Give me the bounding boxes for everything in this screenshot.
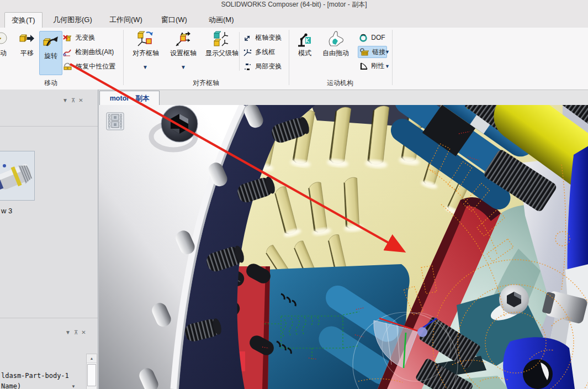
ribbon: 拖动 平移 旋转 [0, 28, 588, 90]
scroll-up-icon[interactable]: ▲ [87, 354, 97, 363]
sidebar-scrollbar[interactable]: ▲ [86, 354, 97, 389]
no-transform-icon [63, 34, 72, 42]
model-scene [99, 105, 588, 389]
window-title: SOLIDWORKS Composer (64-bit) - [motor - … [221, 1, 367, 8]
panel-close-icon[interactable]: ✕ [78, 97, 86, 103]
view-thumbnail-label: w 3 [1, 207, 12, 215]
restore-neutral-button[interactable]: 恢复中性位置 [63, 61, 115, 72]
dof-button[interactable]: DOF [359, 32, 385, 43]
title-bar: SOLIDWORKS Composer (64-bit) - [motor - … [0, 0, 588, 10]
restore-neutral-icon [63, 62, 72, 71]
free-drag-button[interactable]: 自由拖动 [318, 31, 353, 58]
view-thumbnail-image [0, 151, 33, 199]
pivot-transform-icon [243, 34, 252, 42]
tree-item[interactable]: ldasm-Part-body-1 [1, 372, 69, 380]
document-tab-motor[interactable]: motor - 副本 [99, 91, 160, 106]
link-icon [359, 48, 369, 56]
viewport-3d[interactable] [99, 105, 588, 389]
scrollbar-thumb[interactable] [87, 364, 96, 386]
ribbon-separator [123, 30, 124, 85]
panel-pin-icon[interactable]: ⊼ [71, 97, 78, 103]
panel-pin-icon[interactable]: ⊼ [74, 329, 81, 335]
align-pivot-dropdown[interactable]: ▼ [142, 64, 148, 70]
panel-header-controls: ▼⊼✕ [65, 329, 89, 335]
detect-curve-button[interactable]: 检测曲线(Alt) [63, 46, 114, 57]
no-transform-button[interactable]: 无变换 [63, 32, 95, 43]
drag-button[interactable]: 拖动 [0, 31, 14, 58]
tab-workshop[interactable]: 工作间(W) [103, 12, 149, 28]
ribbon-tab-bar: 变换(T) 几何图形(G) 工作间(W) 窗口(W) 动画(M) [0, 10, 588, 28]
motion-group-label: 运动机构 [318, 78, 362, 88]
move-group-label: 移动 [29, 78, 73, 88]
show-parent-axis-button[interactable]: 显示父级轴 [202, 31, 242, 58]
mode-button[interactable]: 模式 [293, 31, 317, 58]
set-pivot-dropdown[interactable]: ▼ [181, 64, 186, 70]
panel-close-icon[interactable]: ✕ [81, 329, 89, 335]
pivot-group-label: 对齐枢轴 [184, 78, 228, 88]
local-transform-button[interactable]: 局部变换 [243, 61, 282, 72]
manipulator-center [417, 327, 427, 337]
rigid-dropdown[interactable]: ▼ [385, 60, 390, 71]
ribbon-separator [392, 30, 393, 85]
ribbon-separator [289, 30, 289, 85]
tab-window[interactable]: 窗口(W) [155, 12, 194, 28]
panel-collapse-icon[interactable]: ▼ [62, 97, 71, 103]
detect-curve-icon [63, 48, 72, 56]
set-pivot-icon [174, 31, 193, 48]
multi-wireframe-button[interactable]: 多线框 [243, 46, 275, 57]
show-parent-axis-icon [213, 31, 231, 48]
dof-icon [359, 34, 368, 42]
panel-header-controls: ▼⊼✕ [62, 97, 87, 103]
align-pivot-icon [136, 31, 155, 48]
drag-icon [0, 31, 8, 48]
solidworks-composer-window: SOLIDWORKS Composer (64-bit) - [motor - … [0, 0, 588, 389]
left-sidebar: ▼⊼✕ w 3 ▼⊼✕ ▲ [0, 90, 98, 389]
rigid-button[interactable]: 刚性 [360, 60, 384, 71]
multi-wireframe-icon [243, 49, 252, 56]
pan-icon [19, 31, 35, 48]
sidebar-divider [0, 318, 98, 318]
ribbon-subseparator [239, 32, 240, 71]
tree-item[interactable]: Name) [1, 382, 21, 389]
set-pivot-button[interactable]: 设置枢轴 [166, 31, 201, 58]
local-transform-icon [243, 63, 252, 71]
rotate-icon [43, 34, 59, 50]
tab-geometry[interactable]: 几何图形(G) [46, 12, 99, 28]
link-button[interactable]: 链接 [358, 46, 387, 58]
panel-collapse-icon[interactable]: ▼ [65, 329, 74, 335]
tab-animation[interactable]: 动画(M) [202, 12, 241, 28]
pivot-transform-button[interactable]: 枢轴变换 [243, 32, 282, 43]
link-dropdown[interactable]: ▼ [385, 46, 390, 57]
view-thumbnail[interactable] [0, 151, 35, 201]
animation-mode-icon[interactable] [107, 113, 124, 130]
rotate-button[interactable]: 旋转 [39, 31, 62, 75]
free-drag-icon [326, 31, 345, 48]
tree-dropdown-icon[interactable]: ▼ [71, 384, 76, 389]
mode-icon [296, 31, 314, 48]
rigid-icon [360, 62, 368, 70]
sidebar-divider [0, 126, 98, 127]
tab-transform[interactable]: 变换(T) [4, 12, 43, 28]
align-pivot-button[interactable]: 对齐枢轴 [127, 31, 165, 58]
pan-button[interactable]: 平移 [15, 31, 39, 58]
